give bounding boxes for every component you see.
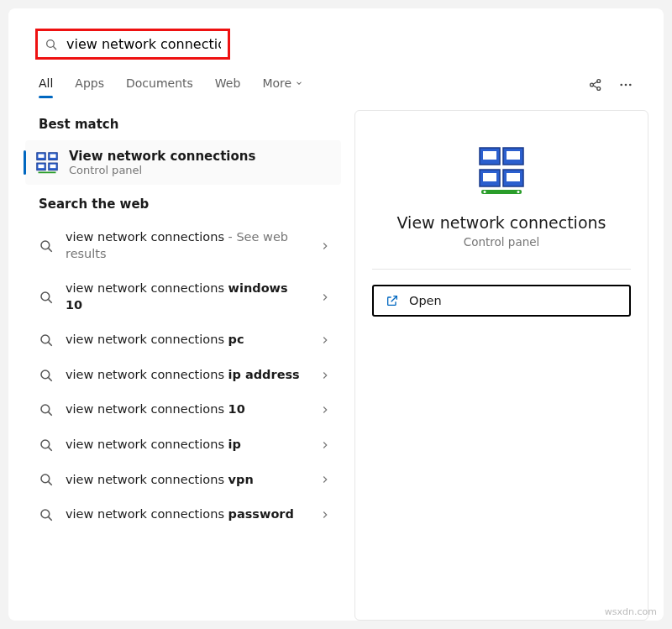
more-options-icon[interactable]	[618, 77, 633, 92]
best-match-header: Best match	[24, 110, 343, 140]
tab-apps[interactable]: Apps	[75, 71, 104, 98]
chevron-right-icon	[319, 404, 331, 416]
chevron-right-icon	[319, 474, 331, 485]
tabs-row: All Apps Documents Web More	[24, 71, 648, 98]
detail-network-icon	[475, 144, 528, 198]
svg-line-28	[49, 412, 52, 416]
svg-rect-43	[481, 190, 522, 194]
detail-title: View network connections	[397, 213, 606, 232]
svg-rect-16	[39, 164, 45, 167]
tab-more[interactable]: More	[262, 71, 303, 98]
svg-point-0	[47, 39, 55, 47]
svg-rect-42	[507, 173, 520, 181]
svg-point-31	[41, 474, 50, 483]
search-icon	[39, 438, 54, 453]
divider	[372, 269, 631, 270]
web-result-label: view network connections pc	[66, 332, 307, 349]
detail-subtitle: Control panel	[464, 235, 540, 249]
svg-point-44	[484, 191, 486, 193]
chevron-right-icon	[319, 334, 331, 346]
search-window: All Apps Documents Web More Best match	[8, 8, 664, 621]
chevron-right-icon	[319, 370, 331, 381]
search-icon	[45, 38, 58, 51]
svg-point-33	[41, 510, 50, 518]
search-highlight-box	[35, 29, 230, 60]
web-result-label: view network connections vpn	[66, 472, 307, 489]
tab-more-label: More	[262, 76, 291, 90]
svg-point-29	[41, 440, 50, 448]
svg-rect-15	[50, 154, 56, 157]
open-button-label: Open	[409, 294, 442, 307]
web-result-item[interactable]: view network connections password	[24, 497, 343, 532]
svg-point-7	[620, 84, 622, 86]
results-column: Best match View network connections Cont…	[24, 110, 343, 621]
web-result-item[interactable]: view network connections vpn	[24, 463, 343, 498]
svg-point-19	[41, 241, 50, 249]
svg-rect-40	[507, 151, 520, 160]
svg-line-24	[49, 343, 52, 346]
network-connections-icon	[35, 151, 59, 175]
share-icon[interactable]	[588, 77, 603, 92]
search-bar	[39, 33, 226, 55]
svg-point-23	[41, 335, 50, 343]
svg-line-30	[49, 447, 52, 450]
web-result-item[interactable]: view network connections ip address	[24, 358, 343, 393]
tab-web[interactable]: Web	[215, 71, 241, 98]
web-result-label: view network connections ip	[66, 437, 307, 453]
svg-line-32	[49, 482, 52, 485]
search-icon	[39, 402, 54, 417]
search-icon	[39, 472, 54, 487]
web-result-item[interactable]: view network connections 10	[24, 392, 343, 427]
web-result-label: view network connections windows 10	[66, 280, 307, 313]
search-icon	[39, 290, 54, 305]
best-match-subtitle: Control panel	[69, 164, 255, 176]
web-result-label: view network connections password	[66, 506, 307, 523]
web-result-item[interactable]: view network connections ip	[24, 427, 343, 463]
svg-line-26	[49, 377, 52, 380]
web-result-label: view network connections 10	[66, 401, 307, 418]
tab-documents[interactable]: Documents	[126, 71, 193, 98]
svg-point-25	[41, 370, 50, 379]
chevron-right-icon	[319, 240, 331, 252]
web-results-list: view network connections - See web resul…	[24, 220, 343, 532]
svg-point-8	[625, 84, 627, 86]
open-external-icon	[386, 294, 399, 307]
open-button[interactable]: Open	[372, 285, 631, 317]
watermark: wsxdn.com	[605, 606, 657, 617]
svg-line-5	[593, 81, 597, 84]
chevron-right-icon	[319, 509, 331, 521]
svg-line-20	[49, 248, 52, 251]
web-result-item[interactable]: view network connections - See web resul…	[24, 220, 343, 271]
search-icon	[39, 238, 54, 254]
chevron-down-icon	[295, 79, 303, 87]
svg-point-21	[41, 292, 50, 301]
chevron-right-icon	[319, 291, 331, 303]
web-result-item[interactable]: view network connections windows 10	[24, 271, 343, 322]
svg-point-9	[629, 84, 632, 86]
svg-point-45	[517, 191, 520, 193]
svg-rect-14	[39, 154, 45, 157]
content-area: Best match View network connections Cont…	[24, 110, 648, 621]
svg-rect-17	[50, 164, 56, 167]
svg-line-1	[53, 46, 56, 50]
chevron-right-icon	[319, 439, 331, 451]
tab-all[interactable]: All	[39, 71, 53, 98]
search-web-header: Search the web	[24, 190, 343, 220]
detail-pane: View network connections Control panel O…	[354, 110, 648, 621]
svg-rect-39	[483, 151, 496, 160]
svg-rect-41	[483, 173, 496, 181]
svg-line-6	[593, 86, 597, 88]
search-icon	[39, 507, 54, 522]
web-result-item[interactable]: view network connections pc	[24, 322, 343, 358]
web-result-label: view network connections ip address	[66, 367, 307, 384]
search-icon	[39, 333, 54, 348]
best-match-title: View network connections	[69, 149, 255, 164]
svg-line-22	[49, 299, 52, 302]
best-match-result[interactable]: View network connections Control panel	[25, 140, 341, 185]
svg-line-34	[49, 516, 52, 520]
search-icon	[39, 368, 54, 383]
search-input[interactable]	[66, 36, 221, 52]
svg-point-27	[41, 405, 50, 413]
web-result-label: view network connections - See web resul…	[66, 229, 307, 262]
